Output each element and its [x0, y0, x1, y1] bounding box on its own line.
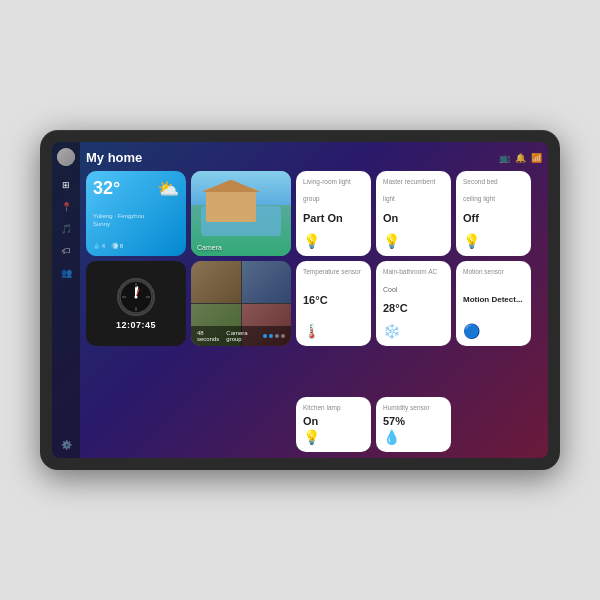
second-bedroom-sublabel: ceiling light: [463, 195, 524, 203]
sidebar-item-users[interactable]: 👥: [59, 266, 73, 280]
cam-thumb-2: [242, 261, 292, 303]
master-light-icon: 💡: [383, 233, 400, 249]
humidity-sensor-card[interactable]: Humidity sensor 57% 💧: [376, 397, 451, 452]
clock-time: 12:07:45: [116, 320, 156, 330]
temperature-sensor-card[interactable]: Temperature sensor 16°C 🌡️: [296, 261, 371, 346]
camera-group-dots: [263, 334, 285, 338]
cam-thumb-1: [191, 261, 241, 303]
kitchen-lamp-card[interactable]: Kitchen lamp On 💡: [296, 397, 371, 452]
main-content: My home 📺 🔔 📶 32° ⛅ Yulieng · Fengzhou: [80, 142, 548, 458]
camera-group-card[interactable]: 48 seconds Camera group: [191, 261, 291, 346]
second-bedroom-label: Second bed: [463, 178, 524, 186]
bathroom-ac-card[interactable]: Main-bathroom AC Cool 28°C ❄️: [376, 261, 451, 346]
bottom-cards-row: Kitchen lamp On 💡 Humidity sensor 57% 💧: [86, 397, 542, 452]
master-light-label: Master recumbent: [383, 178, 444, 186]
ac-value: 28°C: [383, 302, 444, 314]
temp-sensor-value: 16°C: [303, 294, 364, 306]
ac-sublabel: Cool: [383, 286, 444, 293]
weather-location-2: Sunny: [93, 221, 179, 229]
temp-sensor-icon: 🌡️: [303, 323, 320, 339]
second-bedroom-icon: 💡: [463, 233, 480, 249]
kitchen-lamp-label: Kitchen lamp: [303, 404, 364, 412]
second-bedroom-light-card[interactable]: Second bed ceiling light Off 💡: [456, 171, 531, 256]
clock-card[interactable]: 12:07:45: [86, 261, 186, 346]
avatar[interactable]: [57, 148, 75, 166]
sidebar-item-settings[interactable]: ⚙️: [59, 438, 73, 452]
kitchen-lamp-icon: 💡: [303, 429, 320, 445]
weather-humidity: 💧 4: [93, 242, 105, 249]
device-frame: ⊞ 📍 🎵 🏷 👥 ⚙️ My home 📺 🔔 📶: [40, 130, 560, 470]
screen: ⊞ 📍 🎵 🏷 👥 ⚙️ My home 📺 🔔 📶: [52, 142, 548, 458]
living-room-light-value: Part On: [303, 212, 364, 224]
motion-sensor-card[interactable]: Motion sensor Motion Detect... 🔵: [456, 261, 531, 346]
weather-icon: ⛅: [157, 178, 179, 200]
cards-grid: 32° ⛅ Yulieng · Fengzhou Sunny 💧 4 💨 8: [86, 171, 542, 392]
svg-point-8: [135, 295, 138, 298]
camera-group-overlay: 48 seconds Camera group: [191, 326, 291, 346]
motion-sensor-value: Motion Detect...: [463, 295, 524, 304]
humidity-sensor-value: 57%: [383, 415, 444, 427]
humidity-sensor-label: Humidity sensor: [383, 404, 444, 412]
master-light-value: On: [383, 212, 444, 224]
sidebar-item-location[interactable]: 📍: [59, 200, 73, 214]
living-room-light-sublabel: group: [303, 195, 364, 203]
humidity-sensor-icon: 💧: [383, 429, 400, 445]
living-room-light-icon: 💡: [303, 233, 320, 249]
wifi-icon: 📶: [531, 153, 542, 163]
weather-temperature: 32°: [93, 178, 120, 199]
master-light-sublabel: light: [383, 195, 444, 203]
display-icon: 📺: [499, 153, 510, 163]
sidebar-item-tags[interactable]: 🏷: [59, 244, 73, 258]
master-recumbent-light-card[interactable]: Master recumbent light On 💡: [376, 171, 451, 256]
temp-sensor-label: Temperature sensor: [303, 268, 364, 276]
living-room-light-label: Living-room light: [303, 178, 364, 186]
clock-face: [117, 278, 155, 316]
living-room-light-card[interactable]: Living-room light group Part On 💡: [296, 171, 371, 256]
motion-sensor-label: Motion sensor: [463, 268, 524, 276]
notification-icon[interactable]: 🔔: [515, 153, 526, 163]
camera-card[interactable]: Camera: [191, 171, 291, 256]
sidebar-item-dashboard[interactable]: ⊞: [59, 178, 73, 192]
second-bedroom-value: Off: [463, 212, 524, 224]
kitchen-lamp-value: On: [303, 415, 364, 427]
motion-sensor-icon: 🔵: [463, 323, 480, 339]
weather-card[interactable]: 32° ⛅ Yulieng · Fengzhou Sunny 💧 4 💨 8: [86, 171, 186, 256]
sidebar: ⊞ 📍 🎵 🏷 👥 ⚙️: [52, 142, 80, 458]
weather-wind: 💨 8: [111, 242, 123, 249]
camera-group-time: 48 seconds: [197, 330, 226, 342]
weather-location-1: Yulieng · Fengzhou: [93, 213, 179, 221]
ac-label: Main-bathroom AC: [383, 268, 444, 276]
camera-label: Camera: [197, 244, 222, 251]
page-title: My home: [86, 150, 142, 165]
sidebar-item-media[interactable]: 🎵: [59, 222, 73, 236]
topbar-icons: 📺 🔔 📶: [499, 153, 542, 163]
weather-details: 💧 4 💨 8: [93, 242, 179, 249]
ac-icon: ❄️: [383, 323, 400, 339]
topbar: My home 📺 🔔 📶: [86, 150, 542, 165]
camera-group-label: Camera group: [226, 330, 263, 342]
